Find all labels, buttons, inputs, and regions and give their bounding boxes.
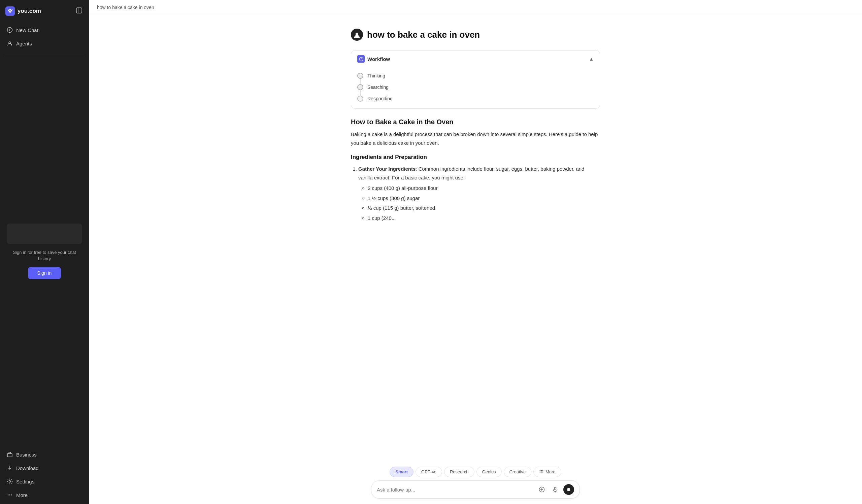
- business-icon: [7, 451, 13, 457]
- mode-pills: Smart GPT-4o Research Genius Creative Mo…: [390, 467, 561, 477]
- breadcrumb: how to bake a cake in oven: [97, 5, 154, 10]
- agents-icon: [7, 40, 13, 47]
- workflow-icon: [357, 55, 365, 63]
- stop-icon: [567, 488, 571, 492]
- download-icon: [7, 465, 13, 471]
- workflow-header[interactable]: Workflow ▲: [351, 51, 600, 67]
- settings-label: Settings: [16, 479, 34, 485]
- microphone-icon: [552, 487, 558, 493]
- mode-pill-genius[interactable]: Genius: [476, 467, 502, 477]
- mode-pill-creative[interactable]: Creative: [504, 467, 531, 477]
- svg-point-17: [541, 470, 542, 471]
- download-label: Download: [16, 465, 39, 471]
- plus-circle-icon: [539, 487, 545, 493]
- layout-icon: [76, 8, 82, 13]
- svg-point-1: [10, 9, 11, 11]
- followup-input[interactable]: [377, 487, 533, 493]
- svg-point-21: [543, 471, 544, 472]
- sidebar-item-more[interactable]: More: [3, 489, 86, 501]
- svg-point-16: [540, 470, 541, 471]
- mode-pill-more[interactable]: More: [533, 467, 561, 477]
- input-actions: [536, 484, 574, 495]
- sidebar-item-business[interactable]: Business: [3, 448, 86, 461]
- signin-prompt: Sign in for free to save your chat histo…: [7, 249, 82, 262]
- add-attachment-button[interactable]: [536, 484, 547, 495]
- new-chat-icon: [7, 27, 13, 33]
- svg-rect-27: [567, 488, 570, 491]
- signin-button[interactable]: Sign in: [28, 267, 61, 279]
- answer-steps-list: Gather Your Ingredients: Common ingredie…: [351, 164, 600, 222]
- query-title-text: how to bake a cake in oven: [367, 30, 480, 40]
- svg-point-12: [10, 494, 11, 495]
- answer-section: How to Bake a Cake in the Oven Baking a …: [351, 118, 600, 222]
- sidebar-item-agents[interactable]: Agents: [3, 37, 86, 50]
- svg-rect-8: [8, 453, 12, 457]
- mode-pill-smart[interactable]: Smart: [390, 467, 414, 477]
- svg-point-11: [8, 494, 9, 495]
- sidebar-placeholder: [7, 224, 82, 244]
- step-thinking-label: Thinking: [367, 73, 385, 78]
- bottom-bar: Smart GPT-4o Research Genius Creative Mo…: [89, 463, 862, 504]
- sidebar-header: you.com: [0, 0, 89, 22]
- more-label: More: [16, 492, 28, 498]
- sidebar-nav: New Chat Agents: [0, 22, 89, 51]
- main-header: how to bake a cake in oven: [89, 0, 862, 15]
- workflow-label: Workflow: [367, 56, 390, 62]
- sidebar: you.com New Chat Agents: [0, 0, 89, 504]
- sidebar-item-new-chat[interactable]: New Chat: [3, 24, 86, 36]
- step-thinking-dot: [357, 73, 363, 79]
- business-label: Business: [16, 452, 37, 457]
- mode-pill-gpt4o[interactable]: GPT-4o: [416, 467, 442, 477]
- svg-point-14: [356, 33, 358, 35]
- svg-point-19: [540, 471, 541, 472]
- workflow-step-thinking: Thinking: [351, 70, 600, 81]
- svg-point-10: [9, 481, 11, 482]
- grid-icon: [539, 470, 544, 474]
- svg-rect-25: [554, 487, 556, 490]
- sub-item-2: ½ cup (115 g) butter, softened: [368, 204, 600, 212]
- step-responding-dot: [357, 96, 363, 102]
- compass-icon: [359, 57, 363, 61]
- step1-label: Gather Your Ingredients: [358, 166, 416, 172]
- sidebar-item-download[interactable]: Download: [3, 462, 86, 474]
- sidebar-toggle-button[interactable]: [75, 6, 83, 16]
- main-body: how to bake a cake in oven Workflow: [89, 15, 862, 504]
- svg-rect-2: [76, 8, 82, 13]
- answer-section1-intro: Baking a cake is a delightful process th…: [351, 130, 600, 147]
- input-bar: [371, 480, 580, 499]
- sub-items-list: 2 cups (400 g) all-purpose flour 1 ½ cup…: [358, 184, 600, 222]
- answer-section2-title: Ingredients and Preparation: [351, 154, 600, 161]
- svg-point-20: [541, 471, 542, 472]
- workflow-header-left: Workflow: [357, 55, 390, 63]
- workflow-steps: Thinking Searching Responding: [351, 67, 600, 108]
- logo-icon: [5, 6, 15, 16]
- workflow-step-searching: Searching: [351, 81, 600, 93]
- sidebar-bottom-nav: Business Download Settings More: [0, 446, 89, 504]
- content-area: how to bake a cake in oven Workflow: [344, 29, 607, 222]
- agents-label: Agents: [16, 41, 32, 47]
- more-pill-label: More: [546, 469, 556, 474]
- logo: you.com: [5, 6, 41, 16]
- user-avatar-icon: [353, 31, 361, 38]
- sub-item-1: 1 ½ cups (300 g) sugar: [368, 194, 600, 203]
- new-chat-label: New Chat: [16, 27, 38, 33]
- sidebar-divider: [4, 54, 85, 54]
- sub-item-0: 2 cups (400 g) all-purpose flour: [368, 184, 600, 193]
- answer-section1-title: How to Bake a Cake in the Oven: [351, 118, 600, 126]
- sidebar-item-settings[interactable]: Settings: [3, 475, 86, 488]
- workflow-chevron-icon: ▲: [589, 56, 593, 62]
- mode-pill-research[interactable]: Research: [444, 467, 474, 477]
- more-dots-icon: [7, 492, 13, 498]
- workflow-step-responding: Responding: [351, 93, 600, 104]
- svg-point-13: [11, 494, 12, 495]
- query-title-row: how to bake a cake in oven: [351, 29, 600, 41]
- stop-button[interactable]: [563, 484, 574, 495]
- sub-item-3: 1 cup (240...: [368, 214, 600, 223]
- svg-point-18: [543, 470, 544, 471]
- logo-text: you.com: [17, 8, 41, 14]
- workflow-box: Workflow ▲ Thinking Searching: [351, 50, 600, 109]
- answer-step-1: Gather Your Ingredients: Common ingredie…: [358, 164, 600, 222]
- microphone-button[interactable]: [550, 484, 561, 495]
- step-searching-dot: [357, 84, 363, 90]
- step-responding-label: Responding: [367, 96, 393, 101]
